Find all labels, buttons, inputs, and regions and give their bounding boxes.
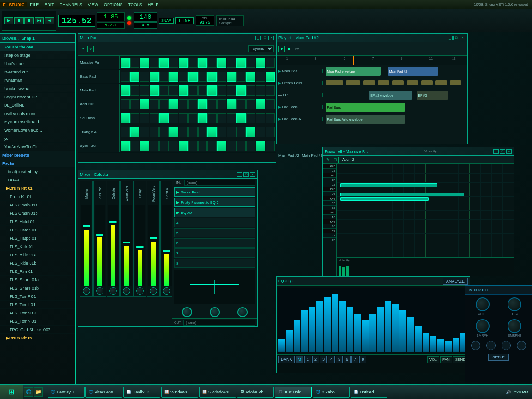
menu-options[interactable]: OPTIONS [101,0,126,9]
step-btn-4-15[interactable] [266,113,275,123]
menu-help[interactable]: HELP [145,0,162,9]
btn-pan[interactable]: PAN [440,356,452,363]
piano-key-D#6[interactable]: D#6 [323,187,336,192]
step-btn-2-13[interactable] [246,85,255,96]
mixer-fader-3[interactable] [121,205,132,286]
step-btn-1-14[interactable] [256,72,265,82]
btn-bank[interactable]: BANK [278,356,295,363]
btn-setup[interactable]: SETUP [488,354,509,361]
track-content-dreambells[interactable] [323,77,467,89]
piano-key-E5[interactable]: E5 [323,238,336,242]
step-btn-6-2[interactable] [140,141,149,151]
step-btn-2-3[interactable] [150,85,159,96]
browser-item-4[interactable]: !westand out [0,68,75,76]
step-btn-3-0[interactable] [121,99,130,109]
step-btn-1-9[interactable] [207,72,217,82]
menu-file[interactable]: FILE [27,0,42,9]
step-btn-3-2[interactable] [140,99,149,109]
step-btn-0-4[interactable] [159,58,169,68]
piano-key-F#6[interactable]: F#6 [323,173,336,178]
song-mode[interactable]: LINE [175,17,194,24]
step-btn-0-13[interactable] [246,58,255,68]
step-btn-0-2[interactable] [140,58,149,68]
step-btn-4-13[interactable] [246,113,255,123]
step-btn-1-15[interactable] [266,72,275,82]
btn-minimize-playlist[interactable]: _ [447,36,453,40]
browser-item-doaa[interactable]: DOAA [0,176,75,184]
mixer-knob-3[interactable] [123,287,130,295]
clip-dreambells-6[interactable] [407,80,418,85]
step-btn-6-4[interactable] [159,141,169,151]
piano-key-G6[interactable]: G6 [323,169,336,173]
knob-smrph1[interactable] [476,319,490,333]
browser-item-12[interactable]: yo [0,134,75,143]
mixer-fader-5[interactable] [148,205,158,286]
btn-maximize-step[interactable]: □ [262,36,267,40]
step-btn-2-8[interactable] [198,85,207,96]
btn-minimize-mixer[interactable]: _ [237,172,242,177]
step-btn-5-2[interactable] [140,127,149,137]
taskbar-adobe[interactable]: 🖼 Adobe Ph... [237,387,274,398]
taskbar-heall[interactable]: 📄 Heall?: B... [123,387,160,398]
clip-dreambells-3[interactable] [363,80,375,85]
step-btn-3-12[interactable] [236,99,246,109]
clip-mainpad2[interactable]: Main Pad #2 [388,66,439,76]
clip-dreambells-2[interactable] [346,80,360,85]
clip-dreambells-4[interactable] [378,80,389,85]
btn-4[interactable]: 4 [328,356,335,363]
step-btn-0-10[interactable] [217,58,226,68]
btn-minimize-piano[interactable]: _ [493,149,499,154]
fader-handle-5[interactable] [150,237,157,239]
piano-key-F5[interactable]: F5 [323,233,336,238]
taskbar-altec[interactable]: 🌐 AltecLens... [85,387,122,398]
btn-close-playlist[interactable]: × [460,36,466,40]
step-btn-4-12[interactable] [236,113,246,123]
step-btn-0-1[interactable] [130,58,139,68]
browser-file-snare01a[interactable]: FLS_Snare 01a [0,276,75,284]
browser-file-toml[interactable]: FLS_TomL 01 [0,301,75,309]
step-btn-1-0[interactable] [121,72,130,82]
step-btn-3-6[interactable] [179,99,188,109]
track-content-mainpad[interactable]: Main Pad envelope Main Pad #2 [323,65,467,77]
step-btn-2-6[interactable] [179,85,188,96]
browser-item-8[interactable]: DL_DrillNB [0,101,75,109]
browser-file-hatop[interactable]: FLS_Hatop 01 [0,226,75,234]
mixer-knob-1[interactable] [96,287,103,295]
effect-7[interactable]: 7 [174,248,255,258]
btn-playlist-play[interactable]: ▶ [278,46,285,52]
piano-key-D6[interactable]: D6 [323,192,336,196]
step-btn-0-15[interactable] [266,58,275,68]
step-btn-3-10[interactable] [217,99,226,109]
btn-m[interactable]: M [296,356,304,363]
clip-mainpad-envelope[interactable]: Main Pad envelope [326,66,381,76]
browser-file-tomf[interactable]: FLS_TomF 01 [0,292,75,301]
effect-5[interactable]: 5 [174,228,255,237]
step-btn-5-0[interactable] [121,127,130,137]
step-btn-0-14[interactable] [256,58,265,68]
taskbar-yahoo[interactable]: 🌐 2 Yaho... [313,387,350,398]
step-btn-5-9[interactable] [207,127,217,137]
step-btn-3-1[interactable] [130,99,139,109]
start-button[interactable]: ⊞ [0,385,23,399]
step-btn-2-12[interactable] [236,85,246,96]
browser-file-drumkit01[interactable]: Drum Kit 01 [0,193,75,201]
track-content-padbassauto[interactable]: Pad Bass Auto envelope [323,113,467,125]
clip-dreambells-7[interactable] [421,80,433,85]
piano-note-block-1[interactable] [340,193,464,196]
btn-7[interactable]: 7 [351,356,358,363]
menu-channels[interactable]: CHANNELS [57,0,85,9]
step-btn-1-6[interactable] [179,72,188,82]
step-btn-3-4[interactable] [159,99,169,109]
piano-key-F#5[interactable]: F#5 [323,229,336,233]
quicklaunch-2[interactable]: 📁 [34,387,43,397]
btn-add-channel[interactable]: + [80,46,86,52]
effect-6[interactable]: 6 [174,238,255,248]
piano-note-block-2[interactable] [340,197,429,201]
step-btn-4-1[interactable] [130,113,139,123]
browser-file-hatcl[interactable]: FLS_Hatcl 01 [0,218,75,226]
step-btn-3-8[interactable] [198,99,207,109]
step-btn-5-6[interactable] [179,127,188,137]
piano-key-G5[interactable]: G5 [323,224,336,229]
step-btn-2-15[interactable] [266,85,275,96]
browser-file-ride01b[interactable]: FLS_Ride 01b [0,259,75,267]
